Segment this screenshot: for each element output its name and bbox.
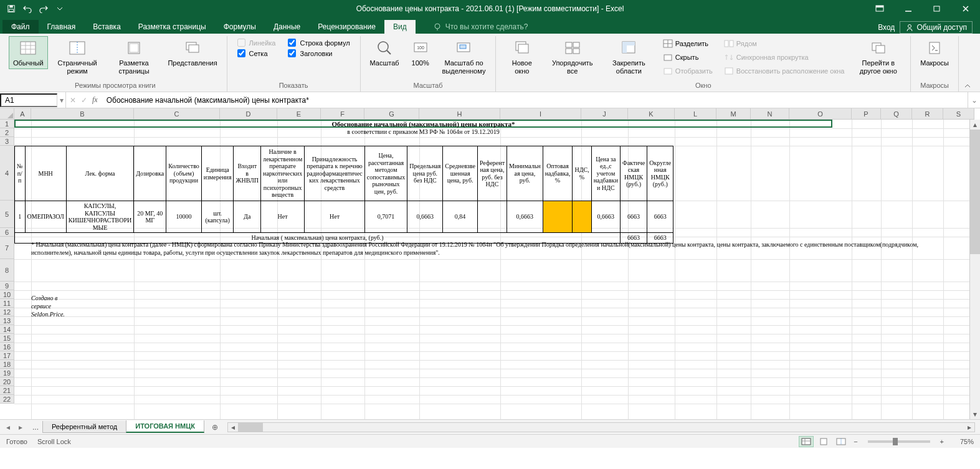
check-formulabar[interactable]: Строка формул <box>288 39 350 47</box>
add-sheet-icon[interactable]: ⊕ <box>207 421 222 433</box>
freeze-button[interactable]: Закрепить области <box>602 36 656 77</box>
vscroll-thumb[interactable] <box>970 130 980 254</box>
col-header[interactable]: S <box>943 108 974 120</box>
col-header[interactable]: L <box>675 108 716 120</box>
scroll-up-icon[interactable]: ▴ <box>970 120 980 130</box>
sheet-prev-icon[interactable]: ◂ <box>2 422 14 433</box>
table-cell[interactable] <box>543 201 573 233</box>
view-pagebreak-button[interactable]: Страничный режим <box>50 36 105 77</box>
zoom-in-icon[interactable]: + <box>938 438 946 445</box>
row-header[interactable]: 9 <box>0 282 14 290</box>
save-icon[interactable] <box>4 1 19 16</box>
col-header[interactable]: R <box>912 108 943 120</box>
ribbon-display-icon[interactable] <box>865 0 894 17</box>
table-cell[interactable]: 20 МГ, 40 МГ <box>134 201 166 233</box>
undo-icon[interactable] <box>20 1 35 16</box>
sheets-overflow[interactable]: ... <box>29 423 42 432</box>
col-header[interactable]: D <box>220 108 277 120</box>
row-header[interactable]: 10 <box>0 290 14 299</box>
select-all-corner[interactable] <box>0 108 14 120</box>
scroll-right-icon[interactable]: ▸ <box>964 423 974 432</box>
col-header[interactable]: B <box>31 108 134 120</box>
col-header[interactable]: E <box>277 108 321 120</box>
col-header[interactable]: C <box>134 108 220 120</box>
table-cell[interactable]: 10000 <box>166 201 202 233</box>
col-header[interactable]: K <box>628 108 675 120</box>
tab-review[interactable]: Рецензирование <box>309 20 384 34</box>
formula-input[interactable]: Обоснование начальной (максимальной) цен… <box>102 95 968 106</box>
accept-formula-icon[interactable]: ✓ <box>81 96 87 105</box>
col-header[interactable]: G <box>364 108 419 120</box>
status-pagebreak-view-icon[interactable] <box>834 436 849 447</box>
table-cell[interactable]: 0,84 <box>443 201 478 233</box>
scroll-down-icon[interactable]: ▾ <box>970 409 980 419</box>
check-ruler[interactable]: Линейка <box>237 39 276 47</box>
row-header[interactable]: 7 <box>0 237 14 259</box>
tellme-search[interactable]: Что вы хотите сделать? <box>428 20 533 34</box>
zoom-100-button[interactable]: 100 100% <box>406 36 435 69</box>
row-header[interactable]: 3 <box>0 137 14 146</box>
redo-icon[interactable] <box>36 1 51 16</box>
vertical-scrollbar[interactable]: ▴ ▾ <box>969 120 980 419</box>
row-header[interactable]: 15 <box>0 334 14 343</box>
table-cell[interactable]: 0,6663 <box>407 201 443 233</box>
switch-window-button[interactable]: Перейти в другое окно <box>851 36 905 77</box>
row-header[interactable]: 18 <box>0 360 14 369</box>
tab-file[interactable]: Файл <box>2 20 39 34</box>
table-cell[interactable]: 0,6663 <box>591 201 620 233</box>
col-header[interactable]: Q <box>881 108 912 120</box>
tab-home[interactable]: Главная <box>39 20 85 34</box>
row-header[interactable]: 12 <box>0 308 14 316</box>
zoom-button[interactable]: Масштаб <box>366 36 404 69</box>
login-link[interactable]: Вход <box>878 23 895 32</box>
row-header[interactable]: 21 <box>0 386 14 395</box>
col-header[interactable]: F <box>321 108 364 120</box>
table-cell[interactable]: шт. (капсула) <box>201 201 234 233</box>
row-header[interactable]: 11 <box>0 299 14 308</box>
row-header[interactable]: 16 <box>0 343 14 351</box>
table-cell[interactable]: 6663 <box>620 201 647 233</box>
row-header[interactable]: 13 <box>0 316 14 325</box>
expand-formulabar-icon[interactable]: ⌄ <box>968 92 980 108</box>
qat-customize-icon[interactable] <box>52 1 67 16</box>
table-cell[interactable]: 1 <box>15 201 26 233</box>
spreadsheet-grid[interactable]: ABCDEFGHIJKLMNOPQRS 12345678910111213141… <box>0 108 980 419</box>
new-window-button[interactable]: Новое окно <box>501 36 543 77</box>
table-cell[interactable] <box>477 201 507 233</box>
share-button[interactable]: Общий доступ <box>900 21 973 34</box>
zoom-value[interactable]: 75% <box>949 438 974 445</box>
close-icon[interactable] <box>951 0 980 17</box>
check-gridlines[interactable]: Сетка <box>237 49 276 57</box>
row-header[interactable]: 5 <box>0 201 14 228</box>
scroll-left-icon[interactable]: ◂ <box>228 423 238 432</box>
row-header[interactable]: 1 <box>0 120 14 128</box>
status-pagelayout-view-icon[interactable] <box>816 436 831 447</box>
table-cell[interactable]: ОМЕПРАЗОЛ <box>25 201 66 233</box>
zoom-out-icon[interactable]: − <box>851 438 860 445</box>
row-header[interactable]: 22 <box>0 395 14 404</box>
sheet-next-icon[interactable]: ▸ <box>15 422 26 433</box>
row-header[interactable]: 17 <box>0 351 14 360</box>
sheet-tab-1[interactable]: ИТОГОВАЯ НМЦК <box>126 420 204 433</box>
row-header[interactable]: 20 <box>0 377 14 386</box>
sheet-tab-0[interactable]: Референтный метод <box>42 421 126 433</box>
row-header[interactable]: 4 <box>0 146 14 201</box>
namebox-dropdown-icon[interactable]: ▾ <box>57 92 66 108</box>
hscroll-thumb[interactable] <box>238 423 263 432</box>
tab-view[interactable]: Вид <box>384 20 416 34</box>
row-header[interactable]: 8 <box>0 259 14 282</box>
tab-insert[interactable]: Вставка <box>84 20 130 34</box>
col-header[interactable]: O <box>789 108 852 120</box>
table-cell[interactable] <box>573 201 591 233</box>
collapse-ribbon-icon[interactable] <box>959 80 976 92</box>
horizontal-scrollbar[interactable]: ◂ ▸ <box>227 422 975 432</box>
cancel-formula-icon[interactable]: ✕ <box>70 96 76 105</box>
tab-formulas[interactable]: Формулы <box>215 20 265 34</box>
col-header[interactable]: N <box>751 108 789 120</box>
macros-button[interactable]: Макросы <box>916 36 953 69</box>
row-header[interactable]: 14 <box>0 325 14 334</box>
row-header[interactable]: 6 <box>0 228 14 237</box>
table-cell[interactable]: Да <box>234 201 260 233</box>
row-header[interactable]: 2 <box>0 128 14 137</box>
name-box[interactable] <box>0 93 57 107</box>
